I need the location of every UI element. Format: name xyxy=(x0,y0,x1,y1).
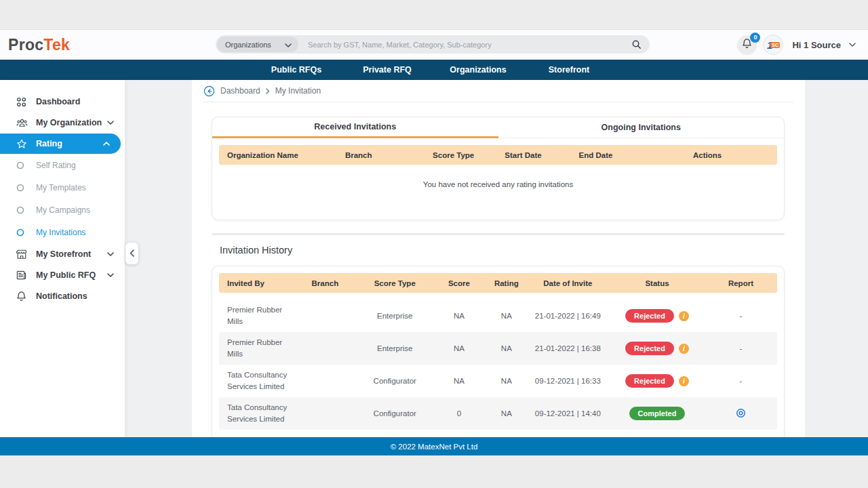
cell-rating: NA xyxy=(487,312,526,320)
chevron-down-icon xyxy=(285,41,292,49)
section-divider xyxy=(212,233,785,235)
cell-status: Rejectedi xyxy=(610,309,705,323)
chevron-down-icon xyxy=(107,273,114,277)
tab-ongoing-invitations[interactable]: Ongoing Invitations xyxy=(498,117,785,138)
cell-invited-by: Premier Rubber Mills xyxy=(219,337,292,361)
info-icon[interactable]: i xyxy=(679,376,689,386)
received-invitations-card: Received InvitationsOngoing Invitations … xyxy=(212,117,785,220)
sidebar-item-my-organization[interactable]: My Organization xyxy=(0,113,125,133)
nav-item-private-rfq[interactable]: Private RFQ xyxy=(342,65,433,75)
sidebar-item-label: My Organization xyxy=(36,118,102,127)
cell-score-type: Configurator xyxy=(359,377,431,385)
view-report-eye-icon[interactable] xyxy=(736,408,746,418)
cell-rating: NA xyxy=(487,344,526,352)
cell-status: Rejectedi xyxy=(610,342,705,355)
breadcrumb-dashboard[interactable]: Dashboard xyxy=(220,86,260,96)
chevron-left-icon xyxy=(130,247,134,260)
bottom-strip xyxy=(0,455,868,488)
sidebar-item-rating[interactable]: Rating xyxy=(0,134,121,154)
column-header-end-date: End Date xyxy=(554,151,637,159)
cell-score-type: Enterprise xyxy=(359,312,431,320)
cell-invited-by: Tata Consultancy Services Limited xyxy=(219,402,292,426)
sidebar-item-my-campaigns[interactable]: My Campaigns xyxy=(0,199,125,221)
avatar-text-2: SC xyxy=(770,42,780,48)
column-header-start-date: Start Date xyxy=(492,151,554,159)
sidebar-item-label: My Templates xyxy=(36,183,86,192)
main-nav: Public RFQsPrivate RFQOrganizationsStore… xyxy=(0,60,868,80)
main-panel: Dashboard My Invitation Received Invitat… xyxy=(192,80,805,488)
column-header-organization-name: Organization Name xyxy=(219,151,302,159)
cell-report: - xyxy=(705,344,777,352)
column-header-branch: Branch xyxy=(292,279,359,287)
table-row: Premier Rubber MillsEnterpriseNANA21-01-… xyxy=(219,300,777,332)
sidebar-collapse-button[interactable] xyxy=(125,243,138,264)
chevron-up-icon xyxy=(103,142,110,146)
sidebar-item-my-storefront[interactable]: My Storefront xyxy=(0,244,125,264)
column-header-branch: Branch xyxy=(302,151,414,159)
cell-status: Rejectedi xyxy=(610,374,705,388)
storefront-icon xyxy=(16,249,28,260)
user-greeting: Hi 1 Source xyxy=(792,40,841,50)
nav-item-public-rfqs[interactable]: Public RFQs xyxy=(251,65,342,75)
search-input[interactable] xyxy=(298,41,631,49)
cell-date-of-invite: 09-12-2021 | 14:40 xyxy=(526,409,610,418)
sidebar-item-self-rating[interactable]: Self Rating xyxy=(0,155,125,176)
cell-invited-by: Tata Consultancy Services Limited xyxy=(219,369,292,393)
cell-score: NA xyxy=(431,377,487,385)
nav-item-organizations[interactable]: Organizations xyxy=(433,65,524,75)
cell-rating: NA xyxy=(487,377,526,385)
cell-score: 0 xyxy=(431,409,487,418)
page-content: Received InvitationsOngoing Invitations … xyxy=(192,102,805,468)
column-header-rating: Rating xyxy=(487,279,526,287)
radio-icon xyxy=(16,161,28,169)
search-filter-label: Organizations xyxy=(225,41,271,49)
cell-score: NA xyxy=(431,312,487,320)
table-row: Tata Consultancy Services LimitedConfigu… xyxy=(219,365,777,397)
user-avatar[interactable]: 1 SC xyxy=(763,35,783,55)
cell-score-type: Enterprise xyxy=(359,344,431,352)
table-row: Tata Consultancy Services LimitedConfigu… xyxy=(219,397,777,430)
brand-logo[interactable]: ProcTek xyxy=(8,36,70,54)
sidebar-item-dashboard[interactable]: Dashboard xyxy=(0,92,125,112)
status-badge: Rejected xyxy=(625,342,674,355)
star-icon xyxy=(16,139,28,149)
sidebar-item-label: Self Rating xyxy=(36,161,76,170)
sidebar-item-label: My Storefront xyxy=(36,249,91,259)
organization-icon xyxy=(16,118,28,127)
cell-score: NA xyxy=(431,344,487,352)
history-table-header: Invited ByBranchScore TypeScoreRatingDat… xyxy=(219,273,777,293)
chevron-down-icon xyxy=(107,121,114,125)
column-header-invited-by: Invited By xyxy=(219,279,292,287)
sidebar-item-my-public-rfq[interactable]: My Public RFQ xyxy=(0,265,125,285)
breadcrumb: Dashboard My Invitation xyxy=(203,80,793,102)
info-icon[interactable]: i xyxy=(679,311,689,321)
radio-icon xyxy=(16,184,28,192)
invitation-history-title: Invitation History xyxy=(220,245,785,256)
info-icon[interactable]: i xyxy=(679,344,689,354)
search-icon[interactable] xyxy=(631,39,642,49)
search-filter-select[interactable]: Organizations xyxy=(217,37,298,52)
sidebar-item-my-invitations[interactable]: My Invitations xyxy=(0,222,125,243)
sidebar-item-notifications[interactable]: Notifications xyxy=(0,286,125,306)
profile-chevron-down-icon[interactable] xyxy=(849,43,856,47)
status-badge: Completed xyxy=(629,407,686,420)
tab-received-invitations[interactable]: Received Invitations xyxy=(212,117,498,138)
brand-logo-secondary: Tek xyxy=(43,36,70,54)
back-icon[interactable] xyxy=(203,85,215,97)
sidebar-item-my-templates[interactable]: My Templates xyxy=(0,177,125,199)
cell-score-type: Configurator xyxy=(359,409,431,418)
dashboard-icon xyxy=(16,97,28,107)
sidebar-item-label: Rating xyxy=(36,139,62,148)
sidebar-item-label: My Campaigns xyxy=(36,205,90,215)
bell-icon xyxy=(16,291,28,302)
app-viewport: ProcTek Organizations 0 1 SC Hi 1 Source… xyxy=(0,0,868,488)
cell-status: Completed xyxy=(610,407,705,420)
chevron-right-icon xyxy=(266,88,270,94)
column-header-status: Status xyxy=(610,279,705,287)
notification-bell-button[interactable]: 0 xyxy=(737,35,757,55)
cell-report: - xyxy=(705,312,777,320)
nav-item-storefront[interactable]: Storefront xyxy=(524,65,614,75)
column-header-report: Report xyxy=(705,279,777,287)
top-strip xyxy=(0,0,868,30)
cell-date-of-invite: 21-01-2022 | 16:38 xyxy=(526,344,610,352)
